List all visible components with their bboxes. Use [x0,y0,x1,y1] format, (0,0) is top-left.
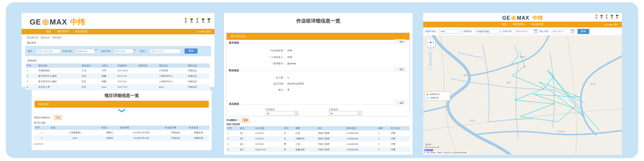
pan-control[interactable]: ▲ ▼ ◀ ▶ [425,38,436,48]
column-header: 出生日期 [254,126,283,130]
select-value: 孙一 [330,112,335,115]
pan-down-icon[interactable]: ▼ [430,45,431,47]
table-cell: 1 [34,130,50,135]
link-cell[interactable]: 详细信息 [164,130,188,135]
table-row: 2周一1976/7/1女河南郑州高级工程师1234567892详情 [226,136,410,141]
link-cell[interactable]: 详细信息 [164,135,188,141]
pan-center-dot[interactable] [430,42,432,43]
end-date-field[interactable] [552,29,575,34]
edit-extra-button[interactable]: ✎编辑 [394,67,406,72]
logo-text-cn: 中纬 [70,17,85,27]
group-select-label: 选择作业组： [425,30,438,33]
zoom-in-button[interactable]: + [429,49,432,53]
view-stats-button[interactable]: 查看 [242,118,250,122]
start-date-input[interactable] [516,30,533,33]
table-row: 2leica刘测试2016年2月24日详细信息查看轨迹 [34,135,209,141]
column-header: 项目业主 [158,63,187,68]
map-copyright: © 2017 Baidu - Data © 长地万方 & OpenStreetM… [423,151,468,154]
calendar-icon[interactable] [95,50,98,53]
nav-item-workgroup-management[interactable]: 作业组管理 [531,23,544,26]
table-cell: 1974/6/1 [254,130,283,136]
legend-item[interactable]: 测量成果点 [427,93,449,96]
map-place-label: 张江镇 [469,119,475,122]
table-cell: 1 [226,130,239,136]
select-value: 张一 [267,112,271,115]
calendar-icon[interactable] [534,30,537,33]
column-header: 组名 [50,126,100,130]
table-cell: 2 [226,136,239,141]
table-cell: 孙一 [239,130,254,136]
link-cell[interactable]: 详细信息 [187,68,210,73]
section-title: 基本信息 [229,41,239,45]
end-date-field[interactable] [114,49,138,53]
zoom-slider[interactable]: + − [429,49,432,69]
calendar-icon[interactable] [571,30,574,33]
workgroup-detail-window: 作业组详细信息一览 用户详细信息 基本信息 ✎编辑 *作业组名称：中纬 *小组负… [224,13,413,155]
column-header: 项目信息 [187,63,210,68]
legend-label: 测量成果点 [430,93,440,96]
calendar-icon[interactable] [133,50,136,53]
link-cell[interactable]: 详细信息 [187,84,210,90]
collapse-row[interactable] [35,108,209,114]
link-cell[interactable]: 详细信息 [187,79,210,84]
link-cell[interactable]: 详情 [390,147,410,152]
column-header: 结束时间 [137,63,158,68]
dotted-divider [241,43,407,43]
field-label: 小组负责人： [271,56,286,59]
workgroup-select[interactable]: 中纬▾ [439,29,462,34]
link-cell[interactable]: 查看轨迹 [188,135,209,141]
pan-left-icon[interactable]: ◀ [427,42,428,43]
link-cell[interactable]: 查看轨迹 [188,130,209,135]
dropdown-arrow-icon[interactable]: ▾ [358,111,362,115]
edit-basic-button[interactable]: ✎编辑 [394,39,406,44]
start-date-field[interactable] [515,29,538,34]
dropdown-arrow-icon[interactable]: ▾ [499,29,501,34]
link-cell[interactable]: 详情 [390,136,410,141]
dropdown-arrow-icon[interactable]: ▾ [460,29,461,34]
pan-right-icon[interactable]: ▶ [433,42,434,43]
nav-item-home[interactable]: 首页 [46,30,51,33]
page-title: 项目详细信息一览 [32,93,212,98]
edit-members-button[interactable]: ✎编辑 [394,100,406,105]
field-label: 成立日期： [227,82,286,86]
view-status-button[interactable]: 查看 [54,115,62,120]
link-cell[interactable]: 详情 [390,130,410,136]
selected-members-select[interactable]: 孙一▾ [329,111,362,115]
edit-label: 编辑 [399,40,404,43]
nav-item-project-management[interactable]: 项目管理 ▾ [57,30,69,33]
table-cell: 中级工程师 [317,141,345,147]
table-cell: 123456789 [345,130,377,136]
search-button[interactable]: 查询 [577,29,589,34]
field-row: *登录账号：geomax [227,62,409,65]
nav-item-home[interactable]: 首页 [502,23,507,26]
project-name-input[interactable] [36,49,60,53]
table-cell: 北京 [80,73,100,79]
start-date-input[interactable] [77,50,94,53]
logout-link[interactable]: GeoMax 退出 [197,30,211,33]
column-header: 作业轨迹 [188,126,209,130]
table-row: 1上海测量组1徐晓凡2014年11月29日详细信息查看轨迹 [34,130,209,135]
logout-link[interactable]: GeoMax 退出 [605,23,618,26]
chevron-down-icon[interactable] [118,109,126,112]
legend-item[interactable]: 测量轨迹 [427,96,449,100]
zoom-out-button[interactable]: − [429,66,432,69]
field-row: 成立日期：2014年12月9日 [227,82,409,86]
owner-input[interactable] [150,49,181,53]
end-date-input[interactable] [115,50,132,53]
zoom-track[interactable] [430,53,431,66]
link-cell[interactable]: 详细信息 [187,73,210,79]
track-map-window: GE MAX 中纬 首页 项目管理 ▾ 作业组管理 GeoMax 退出 选择作业… [423,13,622,155]
start-date-field[interactable] [75,49,99,53]
nav-item-project-management[interactable]: 项目管理 ▾ [513,23,525,26]
available-members-select[interactable]: 张一▾ [265,111,299,115]
project-select[interactable]: 中纬房产测绘▾ [475,29,502,34]
baidu-map-canvas[interactable]: 曹路镇 金桥镇 唐镇 合庆镇 张江镇 川沙新镇 ▲ ▼ ◀ ▶ + − 测量成果… [423,35,622,154]
pan-up-icon[interactable]: ▲ [430,39,431,40]
link-cell[interactable]: 详情 [390,141,410,147]
dropdown-arrow-icon[interactable]: ▾ [294,111,298,115]
table-cell: 2 [26,73,37,79]
search-button[interactable]: 查询 [185,48,197,54]
nav-item-workgroup-management[interactable]: 作业组管理 [75,30,88,33]
column-header: 职位 [317,126,345,130]
end-date-input[interactable] [553,30,570,33]
